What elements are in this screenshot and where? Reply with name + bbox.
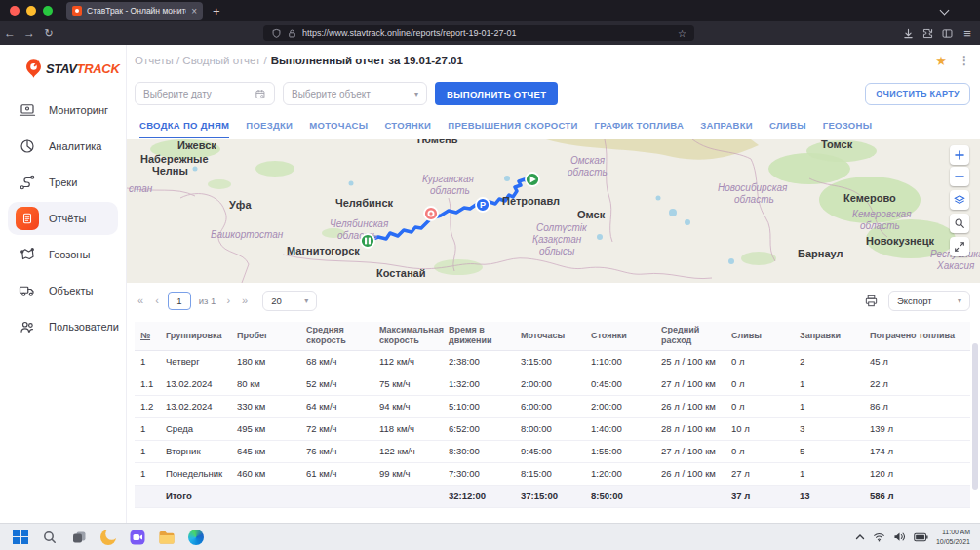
tab-превышения-скорости[interactable]: ПРЕВЫШЕНИЯ СКОРОСТИ (448, 120, 577, 137)
page-size-value: 20 (271, 295, 282, 306)
last-page-button[interactable]: » (239, 295, 251, 306)
event-marker[interactable] (424, 207, 438, 220)
date-picker[interactable] (135, 82, 275, 105)
prev-page-button[interactable]: ‹ (152, 295, 162, 306)
minimize-window-button[interactable] (26, 6, 36, 16)
column-header[interactable]: Время в движении (443, 322, 515, 350)
page-size-select[interactable]: 20 ▾ (262, 291, 317, 311)
table-cell: 1:55:00 (585, 440, 655, 462)
date-input[interactable] (143, 89, 255, 99)
tab-заправки[interactable]: ЗАПРАВКИ (700, 120, 753, 137)
taskbar-search-icon[interactable] (41, 529, 59, 546)
tab-геозоны[interactable]: ГЕОЗОНЫ (823, 120, 873, 137)
parking-marker[interactable]: P (476, 198, 490, 212)
map-search-button[interactable] (950, 214, 969, 233)
stavtrack-logo[interactable]: STAVTRACK (0, 45, 126, 91)
sidebar-item-reports[interactable]: Отчёты (8, 202, 118, 235)
favorite-star-icon[interactable]: ★ (935, 54, 947, 68)
tab-поездки[interactable]: ПОЕЗДКИ (246, 120, 293, 137)
column-header[interactable]: Потрачено топлива (864, 322, 970, 350)
start-marker[interactable] (526, 173, 539, 186)
map-city-label: Уфа (229, 199, 252, 211)
breadcrumb[interactable]: Отчеты / Сводный отчет / (135, 55, 267, 66)
column-header[interactable]: Средняя скорость (300, 322, 373, 350)
sidebar-item-geozones[interactable]: Геозоны (8, 238, 118, 271)
first-page-button[interactable]: « (135, 295, 146, 306)
chevron-down-icon[interactable] (941, 7, 949, 15)
bookmark-star-icon[interactable]: ☆ (678, 28, 686, 39)
new-tab-button[interactable]: + (213, 4, 220, 19)
battery-icon[interactable] (914, 532, 928, 542)
fullscreen-button[interactable] (950, 237, 969, 256)
export-select[interactable]: Экспорт ▾ (888, 291, 970, 311)
calendar-icon[interactable] (255, 88, 266, 100)
url-bar[interactable]: https://www.stavtrack.online/reports/rep… (263, 25, 694, 41)
print-icon[interactable] (864, 294, 879, 308)
sidebar-item-objects[interactable]: Объекты (8, 274, 118, 307)
column-header[interactable]: Стоянки (585, 322, 655, 350)
browser-tab[interactable]: СтавТрак - Онлайн мониторин × (66, 2, 203, 20)
column-header[interactable]: Заправки (794, 322, 864, 350)
zoom-out-button[interactable] (950, 167, 969, 186)
task-view-icon[interactable] (70, 529, 88, 546)
sidebar-item-analytics[interactable]: Аналитика (8, 130, 118, 163)
firefox-icon[interactable] (99, 529, 117, 546)
sidebar-item-tracks[interactable]: Треки (8, 166, 118, 199)
column-header[interactable]: Моточасы (515, 322, 585, 350)
run-report-button[interactable]: ВЫПОЛНИТЬ ОТЧЕТ (435, 82, 558, 105)
reload-button[interactable]: ↻ (39, 27, 59, 40)
table-cell: Итого (160, 485, 231, 507)
zoom-in-button[interactable] (950, 145, 969, 165)
table-row: 1Среда495 км72 км/ч118 км/ч6:52:008:00:0… (135, 417, 970, 440)
tab-моточасы[interactable]: МОТОЧАСЫ (309, 120, 368, 137)
extensions-icon[interactable] (921, 27, 934, 40)
column-header[interactable]: Сливы (725, 322, 794, 350)
column-header[interactable]: Группировка (160, 322, 231, 350)
map-city-label: Новокузнецк (866, 235, 934, 247)
shield-icon[interactable] (271, 28, 282, 39)
desktop: СтавТрак - Онлайн мониторин × + ← → ↻ ht… (0, 0, 980, 550)
pause-marker[interactable] (361, 234, 374, 248)
edge-icon[interactable] (187, 529, 205, 546)
forward-button[interactable]: → (20, 26, 39, 40)
object-select[interactable]: Выберите объект ▾ (283, 82, 427, 105)
table-cell: 1 (135, 417, 160, 440)
wifi-icon[interactable] (873, 531, 885, 542)
sidebar-item-users[interactable]: Пользователи (8, 310, 118, 343)
column-header[interactable]: Пробег (231, 322, 300, 350)
column-header[interactable]: № (135, 322, 160, 350)
sidebar-item-label: Объекты (49, 285, 93, 296)
more-options-icon[interactable]: ⋮ (959, 54, 970, 67)
file-explorer-icon[interactable] (158, 529, 176, 546)
scrollbar-thumb[interactable] (972, 343, 978, 490)
tab-сводка-по-дням[interactable]: СВОДКА ПО ДНЯМ (139, 120, 229, 138)
table-cell: 52 км/ч (300, 373, 373, 395)
close-window-button[interactable] (10, 6, 20, 16)
map[interactable]: станБашкортостанЧелябинскаяобластьКурган… (127, 139, 980, 283)
downloads-icon[interactable] (902, 27, 915, 40)
table-cell: 1.2 (135, 395, 160, 417)
taskbar-clock[interactable]: 11:00 AM 10/05/2021 (936, 528, 970, 546)
layers-button[interactable] (950, 190, 969, 210)
chat-icon[interactable] (129, 529, 146, 546)
volume-icon[interactable] (893, 531, 906, 542)
tab-стоянки[interactable]: СТОЯНКИ (384, 120, 431, 137)
page-number-input[interactable] (168, 292, 191, 310)
start-button[interactable] (12, 529, 29, 546)
monitoring-icon (16, 98, 39, 122)
next-page-button[interactable]: › (223, 295, 233, 306)
tab-сливы[interactable]: СЛИВЫ (769, 120, 806, 137)
menu-icon[interactable]: ≡ (960, 26, 974, 41)
maximize-window-button[interactable] (43, 6, 53, 16)
back-button[interactable]: ← (0, 26, 20, 40)
tab-close-icon[interactable]: × (191, 6, 197, 17)
sidebar-panels-icon[interactable] (941, 27, 954, 40)
clear-map-button[interactable]: ОЧИСТИТЬ КАРТУ (865, 83, 970, 105)
tab-график-топлива[interactable]: ГРАФИК ТОПЛИВА (595, 120, 685, 137)
sidebar-item-monitoring[interactable]: Мониторинг (8, 94, 118, 127)
map-canvas: станБашкортостанЧелябинскаяобластьКурган… (127, 139, 980, 283)
column-header[interactable]: Средний расход (655, 322, 725, 350)
tray-chevron-icon[interactable] (855, 533, 865, 540)
column-header[interactable]: Максимальная скорость (373, 322, 443, 350)
table-cell: 2 (794, 350, 864, 373)
